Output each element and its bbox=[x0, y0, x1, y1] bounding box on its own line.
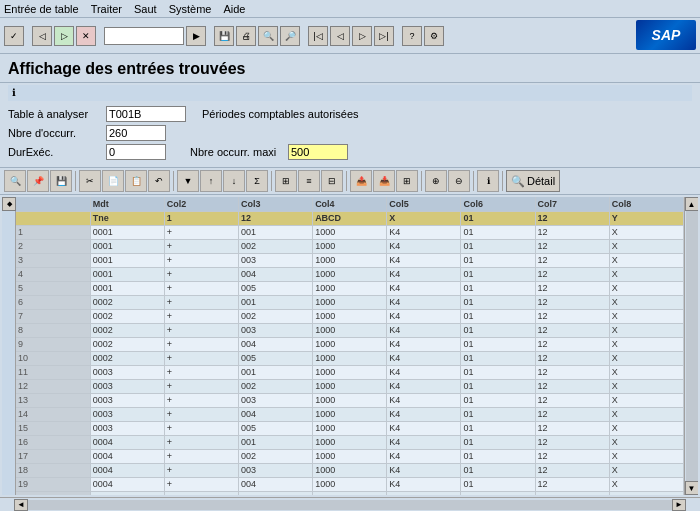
table-cell-12-0: 12 bbox=[16, 379, 90, 393]
detail-button[interactable]: 🔍 Détail bbox=[506, 170, 560, 192]
tb2-grid-icon[interactable]: ⊞ bbox=[275, 170, 297, 192]
tb2-copy-icon[interactable]: 📄 bbox=[102, 170, 124, 192]
forward-button[interactable]: ▷ bbox=[54, 26, 74, 46]
tb2-bookmark-icon[interactable]: 📌 bbox=[27, 170, 49, 192]
table-cell-17-6: 01 bbox=[461, 449, 535, 463]
find-next-button[interactable]: 🔎 bbox=[280, 26, 300, 46]
tb2-col-icon[interactable]: ⊟ bbox=[321, 170, 343, 192]
table-row[interactable]: 110003+0011000K40112X bbox=[16, 365, 684, 379]
table-row[interactable]: 130003+0031000K40112X bbox=[16, 393, 684, 407]
menu-item-entree[interactable]: Entrée de table bbox=[4, 3, 79, 15]
tb2-info-icon[interactable]: ℹ bbox=[477, 170, 499, 192]
menu-item-aide[interactable]: Aide bbox=[223, 3, 245, 15]
next-button[interactable]: ▷ bbox=[352, 26, 372, 46]
tb2-search-icon[interactable]: 🔍 bbox=[4, 170, 26, 192]
table-cell-20-4: 1000 bbox=[313, 491, 387, 495]
table-cell-12-1: 0003 bbox=[90, 379, 164, 393]
scroll-down-button[interactable]: ▼ bbox=[685, 481, 699, 495]
table-cell-2-8: X bbox=[609, 239, 683, 253]
tb2-layout-icon[interactable]: ≡ bbox=[298, 170, 320, 192]
print-button[interactable]: 🖨 bbox=[236, 26, 256, 46]
duration-input[interactable] bbox=[106, 144, 166, 160]
scroll-up-button[interactable]: ▲ bbox=[685, 197, 699, 211]
table-row[interactable]: 190004+0041000K40112X bbox=[16, 477, 684, 491]
tb2-table-icon[interactable]: ⊞ bbox=[396, 170, 418, 192]
tb2-import-icon[interactable]: 📥 bbox=[373, 170, 395, 192]
prev-button[interactable]: ◁ bbox=[330, 26, 350, 46]
back-button[interactable]: ◁ bbox=[32, 26, 52, 46]
table-cell-3-4: 1000 bbox=[313, 253, 387, 267]
tb2-sort-desc-icon[interactable]: ↓ bbox=[223, 170, 245, 192]
table-cell-15-5: K4 bbox=[387, 421, 461, 435]
table-cell-12-8: X bbox=[609, 379, 683, 393]
stop-button[interactable]: ✕ bbox=[76, 26, 96, 46]
tb2-expand-icon[interactable]: ⊕ bbox=[425, 170, 447, 192]
table-cell-3-1: 0001 bbox=[90, 253, 164, 267]
table-row[interactable]: 100002+0051000K40112X bbox=[16, 351, 684, 365]
execute-button[interactable]: ▶ bbox=[186, 26, 206, 46]
max-label: Nbre occurr. maxi bbox=[190, 146, 280, 158]
table-cell-19-3: 004 bbox=[238, 477, 312, 491]
table-row[interactable]: 10001+0011000K40112X bbox=[16, 225, 684, 239]
menu-item-systeme[interactable]: Système bbox=[169, 3, 212, 15]
grid-main[interactable]: MdtCol2Col3Col4Col5Col6Col7Col8Tne112ABC… bbox=[16, 197, 684, 495]
table-row[interactable]: 200004+0051000K40112X bbox=[16, 491, 684, 495]
table-row[interactable]: 180004+0031000K40112X bbox=[16, 463, 684, 477]
table-cell-6-0: 6 bbox=[16, 295, 90, 309]
h-scroll-track[interactable] bbox=[28, 500, 672, 510]
table-input[interactable] bbox=[106, 106, 186, 122]
menu-item-saut[interactable]: Saut bbox=[134, 3, 157, 15]
tb2-save-icon[interactable]: 💾 bbox=[50, 170, 72, 192]
table-row[interactable]: 160004+0011000K40112X bbox=[16, 435, 684, 449]
save-button[interactable]: 💾 bbox=[214, 26, 234, 46]
scroll-left-button[interactable]: ◄ bbox=[14, 499, 28, 511]
find-button[interactable]: 🔍 bbox=[258, 26, 278, 46]
table-row[interactable]: 30001+0031000K40112X bbox=[16, 253, 684, 267]
table-row[interactable]: 50001+0051000K40112X bbox=[16, 281, 684, 295]
tb2-paste-icon[interactable]: 📋 bbox=[125, 170, 147, 192]
max-input[interactable] bbox=[288, 144, 348, 160]
table-row[interactable]: 90002+0041000K40112X bbox=[16, 337, 684, 351]
tb2-undo-icon[interactable]: ↶ bbox=[148, 170, 170, 192]
table-cell-18-8: X bbox=[609, 463, 683, 477]
table-row[interactable]: Tne112ABCDX0112Y bbox=[16, 211, 684, 225]
table-cell-18-1: 0004 bbox=[90, 463, 164, 477]
table-row[interactable]: 60002+0011000K40112X bbox=[16, 295, 684, 309]
table-row[interactable]: 70002+0021000K40112X bbox=[16, 309, 684, 323]
table-row[interactable]: 80002+0031000K40112X bbox=[16, 323, 684, 337]
table-row[interactable]: 170004+0021000K40112X bbox=[16, 449, 684, 463]
tb2-cut-icon[interactable]: ✂ bbox=[79, 170, 101, 192]
tb2-export-icon[interactable]: 📤 bbox=[350, 170, 372, 192]
last-button[interactable]: ▷| bbox=[374, 26, 394, 46]
tb2-collapse-icon[interactable]: ⊖ bbox=[448, 170, 470, 192]
menu-item-traiter[interactable]: Traiter bbox=[91, 3, 122, 15]
tb2-filter-icon[interactable]: ▼ bbox=[177, 170, 199, 192]
table-row[interactable]: 150003+0051000K40112X bbox=[16, 421, 684, 435]
table-cell-18-0: 18 bbox=[16, 463, 90, 477]
table-cell-4-5: K4 bbox=[387, 267, 461, 281]
scroll-track[interactable] bbox=[686, 211, 698, 481]
table-cell-14-2: + bbox=[164, 407, 238, 421]
help-button[interactable]: ? bbox=[402, 26, 422, 46]
table-cell-16-0: 16 bbox=[16, 435, 90, 449]
tb2-sort-asc-icon[interactable]: ↑ bbox=[200, 170, 222, 192]
command-input[interactable] bbox=[104, 27, 184, 45]
settings-button[interactable]: ⚙ bbox=[424, 26, 444, 46]
tb2-sum-icon[interactable]: Σ bbox=[246, 170, 268, 192]
first-button[interactable]: |◁ bbox=[308, 26, 328, 46]
sidebar-top-btn[interactable]: ◆ bbox=[2, 197, 16, 211]
table-row[interactable]: 140003+0041000K40112X bbox=[16, 407, 684, 421]
table-cell-4-6: 01 bbox=[461, 267, 535, 281]
table-row[interactable]: 40001+0041000K40112X bbox=[16, 267, 684, 281]
vertical-scrollbar[interactable]: ▲ ▼ bbox=[684, 197, 698, 495]
table-row[interactable]: 120003+0021000K40112X bbox=[16, 379, 684, 393]
table-cell-15-6: 01 bbox=[461, 421, 535, 435]
table-cell-9-3: 004 bbox=[238, 337, 312, 351]
check-button[interactable]: ✓ bbox=[4, 26, 24, 46]
table-cell-0-4: ABCD bbox=[313, 211, 387, 225]
occurrences-input[interactable] bbox=[106, 125, 166, 141]
scroll-right-button[interactable]: ► bbox=[672, 499, 686, 511]
table-row[interactable]: 20001+0021000K40112X bbox=[16, 239, 684, 253]
horizontal-scrollbar[interactable]: ◄ ► bbox=[0, 497, 700, 511]
table-cell-19-6: 01 bbox=[461, 477, 535, 491]
